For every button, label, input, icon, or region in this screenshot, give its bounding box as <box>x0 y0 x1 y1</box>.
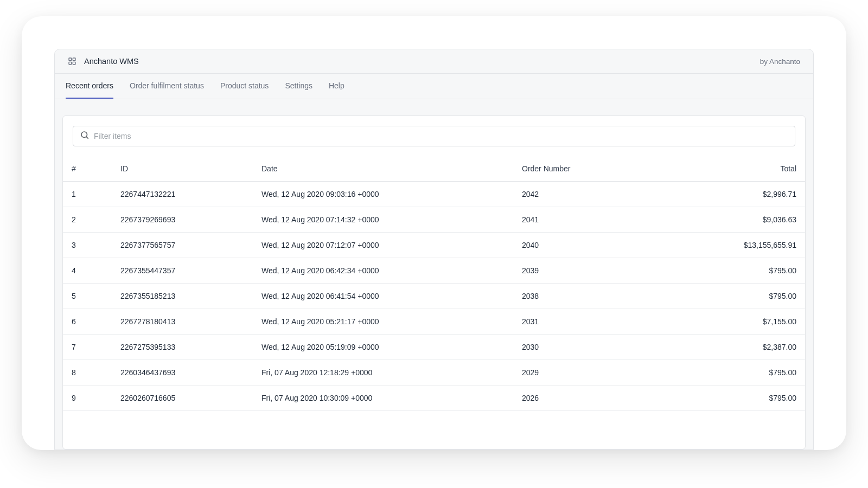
app-byline: by Anchanto <box>760 57 800 66</box>
cell-date: Wed, 12 Aug 2020 07:12:07 +0000 <box>253 233 513 258</box>
app-panel: Anchanto WMS by Anchanto Recent orders O… <box>54 49 814 450</box>
svg-rect-3 <box>73 62 75 65</box>
cell-order-number: 2040 <box>513 233 654 258</box>
cell-order-number: 2038 <box>513 284 654 309</box>
cell-row-number: 6 <box>63 309 112 335</box>
cell-total: $795.00 <box>654 284 805 309</box>
col-header-total[interactable]: Total <box>654 156 805 182</box>
cell-id: 2267355447357 <box>112 258 253 284</box>
cell-order-number: 2030 <box>513 335 654 360</box>
cell-total: $795.00 <box>654 386 805 411</box>
cell-total: $2,387.00 <box>654 335 805 360</box>
cell-date: Wed, 12 Aug 2020 06:41:54 +0000 <box>253 284 513 309</box>
app-window: Anchanto WMS by Anchanto Recent orders O… <box>22 16 846 450</box>
cell-order-number: 2029 <box>513 360 654 386</box>
table-row[interactable]: 92260260716605Fri, 07 Aug 2020 10:30:09 … <box>63 386 805 411</box>
cell-total: $2,996.71 <box>654 182 805 207</box>
app-grid-icon <box>68 57 76 66</box>
cell-row-number: 2 <box>63 207 112 233</box>
cell-total: $9,036.63 <box>654 207 805 233</box>
cell-row-number: 8 <box>63 360 112 386</box>
col-header-id[interactable]: ID <box>112 156 253 182</box>
svg-rect-0 <box>69 58 72 61</box>
cell-id: 2267278180413 <box>112 309 253 335</box>
table-row[interactable]: 72267275395133Wed, 12 Aug 2020 05:19:09 … <box>63 335 805 360</box>
table-row[interactable]: 52267355185213Wed, 12 Aug 2020 06:41:54 … <box>63 284 805 309</box>
table-row[interactable]: 42267355447357Wed, 12 Aug 2020 06:42:34 … <box>63 258 805 284</box>
col-header-num[interactable]: # <box>63 156 112 182</box>
tabs-bar: Recent orders Order fulfilment status Pr… <box>55 74 813 99</box>
cell-order-number: 2041 <box>513 207 654 233</box>
svg-rect-1 <box>73 58 75 61</box>
cell-date: Wed, 12 Aug 2020 07:14:32 +0000 <box>253 207 513 233</box>
cell-row-number: 5 <box>63 284 112 309</box>
cell-total: $795.00 <box>654 258 805 284</box>
filter-input[interactable] <box>94 132 788 140</box>
cell-id: 2267379269693 <box>112 207 253 233</box>
cell-id: 2267275395133 <box>112 335 253 360</box>
col-header-order-number[interactable]: Order Number <box>513 156 654 182</box>
tab-help[interactable]: Help <box>329 74 344 99</box>
orders-card: # ID Date Order Number Total 12267447132… <box>62 115 806 450</box>
cell-row-number: 3 <box>63 233 112 258</box>
cell-order-number: 2026 <box>513 386 654 411</box>
app-title: Anchanto WMS <box>84 57 139 66</box>
table-header-row: # ID Date Order Number Total <box>63 156 805 182</box>
cell-row-number: 7 <box>63 335 112 360</box>
cell-order-number: 2042 <box>513 182 654 207</box>
cell-date: Wed, 12 Aug 2020 06:42:34 +0000 <box>253 258 513 284</box>
orders-table-wrap: # ID Date Order Number Total 12267447132… <box>63 156 805 449</box>
table-row[interactable]: 82260346437693Fri, 07 Aug 2020 12:18:29 … <box>63 360 805 386</box>
cell-date: Wed, 12 Aug 2020 05:19:09 +0000 <box>253 335 513 360</box>
filter-row <box>63 116 805 156</box>
app-header: Anchanto WMS by Anchanto <box>55 49 813 74</box>
filter-box[interactable] <box>73 126 795 146</box>
table-row[interactable]: 32267377565757Wed, 12 Aug 2020 07:12:07 … <box>63 233 805 258</box>
cell-order-number: 2039 <box>513 258 654 284</box>
table-row[interactable]: 22267379269693Wed, 12 Aug 2020 07:14:32 … <box>63 207 805 233</box>
svg-line-5 <box>86 137 88 139</box>
svg-point-4 <box>81 132 87 138</box>
cell-row-number: 1 <box>63 182 112 207</box>
cell-id: 2267355185213 <box>112 284 253 309</box>
cell-order-number: 2031 <box>513 309 654 335</box>
content-area: # ID Date Order Number Total 12267447132… <box>55 99 813 450</box>
cell-id: 2260260716605 <box>112 386 253 411</box>
cell-date: Wed, 12 Aug 2020 05:21:17 +0000 <box>253 309 513 335</box>
cell-date: Fri, 07 Aug 2020 12:18:29 +0000 <box>253 360 513 386</box>
cell-row-number: 9 <box>63 386 112 411</box>
cell-date: Wed, 12 Aug 2020 09:03:16 +0000 <box>253 182 513 207</box>
cell-id: 2260346437693 <box>112 360 253 386</box>
tab-recent-orders[interactable]: Recent orders <box>66 74 113 99</box>
svg-rect-2 <box>69 62 72 65</box>
tab-order-fulfilment-status[interactable]: Order fulfilment status <box>130 74 204 99</box>
cell-row-number: 4 <box>63 258 112 284</box>
cell-total: $7,155.00 <box>654 309 805 335</box>
header-left: Anchanto WMS <box>68 57 139 66</box>
table-row[interactable]: 12267447132221Wed, 12 Aug 2020 09:03:16 … <box>63 182 805 207</box>
search-icon <box>80 130 90 142</box>
table-row[interactable]: 62267278180413Wed, 12 Aug 2020 05:21:17 … <box>63 309 805 335</box>
cell-total: $13,155,655.91 <box>654 233 805 258</box>
cell-total: $795.00 <box>654 360 805 386</box>
cell-date: Fri, 07 Aug 2020 10:30:09 +0000 <box>253 386 513 411</box>
cell-id: 2267447132221 <box>112 182 253 207</box>
cell-id: 2267377565757 <box>112 233 253 258</box>
col-header-date[interactable]: Date <box>253 156 513 182</box>
tab-product-status[interactable]: Product status <box>220 74 269 99</box>
orders-table: # ID Date Order Number Total 12267447132… <box>63 156 805 411</box>
tab-settings[interactable]: Settings <box>285 74 312 99</box>
